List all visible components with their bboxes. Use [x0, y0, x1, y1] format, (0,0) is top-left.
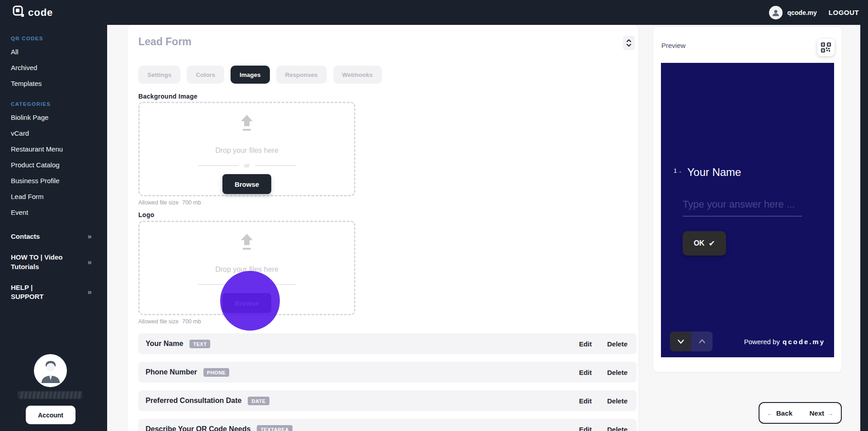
field-label: Phone Number — [146, 368, 197, 376]
delete-button[interactable]: Delete — [607, 397, 627, 405]
app-logo[interactable]: code — [13, 5, 53, 19]
sidebar: QR CODES All Archived Templates CATEGORI… — [0, 25, 107, 431]
reorder-button[interactable] — [623, 36, 635, 50]
field-row-phone-number: Phone Number PHONE Edit Delete — [138, 362, 637, 383]
upload-arrow-icon — [236, 114, 257, 135]
double-chevron-right-icon: » — [88, 288, 91, 297]
powered-by: Powered byqcode.my — [744, 338, 825, 346]
logout-button[interactable]: LOGOUT — [829, 9, 859, 16]
double-chevron-right-icon: » — [88, 258, 91, 267]
sidebar-section-qr-codes: QR CODES — [11, 36, 107, 41]
field-row-your-name: Your Name TEXT Edit Delete — [138, 333, 637, 354]
sidebar-item-business-profile[interactable]: Business Profile — [11, 173, 107, 189]
field-type-badge: DATE — [248, 397, 269, 405]
sidebar-item-biolink-page[interactable]: Biolink Page — [11, 109, 107, 125]
background-image-label: Background Image — [138, 93, 198, 100]
logo-dropzone[interactable]: Drop your files here or Browse — [138, 221, 355, 315]
allowed-file-size-note: Allowed file size700 mb — [138, 199, 201, 206]
tab-webhooks[interactable]: Webhooks — [333, 66, 382, 84]
ok-label: OK — [693, 239, 704, 247]
question-row: 1 → Your Name — [674, 166, 741, 179]
check-icon: ✔ — [708, 239, 715, 248]
sidebar-section-categories: CATEGORIES — [11, 101, 107, 107]
double-chevron-right-icon: » — [88, 232, 91, 241]
user-name: qcode.my — [787, 9, 816, 16]
sidebar-item-vcard[interactable]: vCard — [11, 125, 107, 141]
browse-background-button[interactable]: Browse — [222, 174, 271, 194]
user-avatar-icon — [769, 6, 783, 19]
sidebar-link-label: Contacts — [11, 232, 40, 241]
preview-footer: Powered byqcode.my — [670, 332, 825, 351]
chevron-up-icon — [697, 336, 707, 346]
delete-button[interactable]: Delete — [607, 426, 627, 431]
tab-bar: Settings Colors Images Responses Webhook… — [138, 66, 382, 84]
logo-text: code — [28, 7, 53, 19]
sidebar-link-label: HELP | SUPPORT — [11, 283, 65, 302]
lead-form-preview-screen: 1 → Your Name OK ✔ Powered byqcode.my — [661, 63, 834, 357]
sidebar-item-product-catalog[interactable]: Product Catalog — [11, 157, 107, 173]
field-type-badge: TEXT — [189, 340, 210, 348]
back-button[interactable]: ← Back — [767, 409, 793, 417]
arrow-left-icon: ← — [767, 409, 774, 417]
delete-button[interactable]: Delete — [607, 340, 627, 348]
sidebar-item-templates[interactable]: Templates — [11, 76, 107, 91]
tab-settings[interactable]: Settings — [138, 66, 180, 84]
arrow-right-icon: → — [827, 409, 834, 417]
sidebar-link-label: HOW TO | Video Tutorials — [11, 253, 65, 271]
sidebar-item-lead-form[interactable]: Lead Form — [11, 189, 107, 204]
allowed-file-size-note: Allowed file size700 mb — [138, 318, 201, 325]
question-label: Your Name — [687, 166, 741, 179]
top-bar: code qcode.my LOGOUT — [0, 0, 868, 25]
browse-logo-button[interactable]: Browse — [222, 293, 271, 313]
edit-button[interactable]: Edit — [579, 397, 592, 405]
field-row-consultation-date: Preferred Consultation Date DATE Edit De… — [138, 390, 637, 411]
qr-code-button[interactable] — [817, 39, 835, 56]
next-button[interactable]: Next → — [809, 409, 834, 417]
profile-avatar[interactable] — [34, 354, 67, 387]
tab-responses[interactable]: Responses — [276, 66, 327, 84]
sidebar-link-help-support[interactable]: HELP | SUPPORT » — [11, 283, 107, 302]
field-label: Describe Your QR Code Needs — [146, 425, 250, 431]
answer-input[interactable] — [683, 199, 802, 217]
lead-form-card: Lead Form Settings Colors Images Respons… — [127, 25, 638, 431]
brand-name: qcode.my — [783, 338, 825, 346]
page-title: Lead Form — [138, 36, 192, 48]
qr-logo-icon — [13, 5, 25, 19]
drop-files-text: Drop your files here — [215, 265, 278, 274]
ok-button[interactable]: OK ✔ — [683, 231, 726, 256]
preview-title: Preview — [661, 42, 685, 49]
delete-button[interactable]: Delete — [607, 369, 627, 376]
back-label: Back — [776, 409, 793, 417]
next-label: Next — [809, 409, 824, 417]
sidebar-item-event[interactable]: Event — [11, 204, 107, 220]
preview-panel: Preview 1 → Your Name O — [653, 27, 842, 372]
logo-label: Logo — [138, 211, 154, 218]
pager: ← Back Next → — [759, 402, 842, 424]
question-number: 1 — [674, 167, 677, 174]
edit-button[interactable]: Edit — [579, 426, 592, 431]
question-arrow-icon: → — [677, 169, 682, 174]
account-button[interactable]: Account — [26, 406, 75, 424]
edit-button[interactable]: Edit — [579, 340, 592, 348]
sidebar-item-archived[interactable]: Archived — [11, 60, 107, 76]
drop-files-text: Drop your files here — [215, 147, 278, 155]
sidebar-link-contacts[interactable]: Contacts » — [11, 232, 107, 241]
user-menu[interactable]: qcode.my — [769, 6, 816, 19]
previous-question-button[interactable] — [691, 332, 712, 351]
edit-button[interactable]: Edit — [579, 369, 592, 376]
field-row-qr-needs: Describe Your QR Code Needs TEXTAREA Edi… — [138, 419, 637, 431]
field-label: Your Name — [146, 340, 183, 348]
chevron-down-icon — [676, 336, 686, 346]
sidebar-item-all[interactable]: All — [11, 44, 107, 60]
sidebar-link-how-to[interactable]: HOW TO | Video Tutorials » — [11, 253, 107, 271]
next-question-button[interactable] — [670, 332, 691, 351]
or-divider: or — [198, 281, 296, 288]
upload-arrow-icon — [236, 233, 257, 254]
tab-colors[interactable]: Colors — [187, 66, 224, 84]
qr-code-icon — [821, 43, 831, 52]
tab-images[interactable]: Images — [231, 66, 270, 84]
sidebar-item-restaurant-menu[interactable]: Restaurant Menu — [11, 141, 107, 157]
or-divider: or — [198, 162, 296, 169]
background-image-dropzone[interactable]: Drop your files here or Browse — [138, 102, 355, 196]
or-text: or — [244, 162, 250, 169]
